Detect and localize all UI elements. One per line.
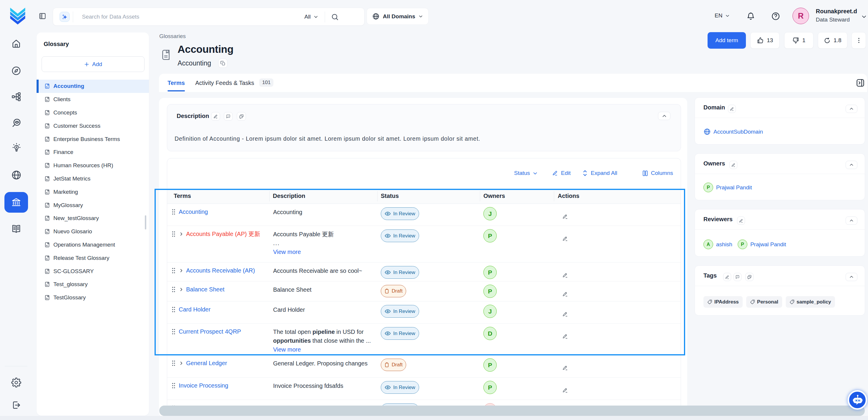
svg-text:?: ? (228, 115, 229, 117)
svg-text:?: ? (737, 276, 738, 277)
